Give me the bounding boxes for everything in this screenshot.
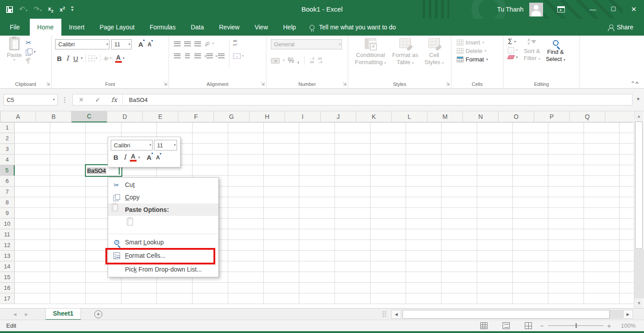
column-header-Q[interactable]: Q: [570, 111, 605, 122]
cell-J7[interactable]: [335, 187, 370, 197]
maximize-button[interactable]: ☐: [603, 0, 624, 19]
cell-H16[interactable]: [264, 283, 299, 293]
cell-G11[interactable]: [228, 229, 264, 240]
percent-style-button[interactable]: %: [288, 57, 294, 65]
zoom-level[interactable]: 100%: [621, 320, 636, 331]
column-header-E[interactable]: E: [143, 111, 178, 122]
cell-I9[interactable]: [299, 208, 335, 219]
cell-N9[interactable]: [477, 208, 513, 219]
cell-O4[interactable]: [513, 154, 548, 165]
cell-R13[interactable]: [620, 251, 633, 261]
cell-K14[interactable]: [370, 261, 406, 272]
cell-I8[interactable]: [299, 197, 335, 208]
insert-function-icon[interactable]: fx: [106, 96, 122, 103]
enter-icon[interactable]: ✓: [89, 96, 106, 103]
cell-R17[interactable]: [620, 293, 633, 304]
cell-N17[interactable]: [477, 293, 513, 304]
scroll-right-icon[interactable]: ▶: [623, 310, 633, 319]
cell-E1[interactable]: [157, 122, 193, 133]
fill-color-icon[interactable]: [102, 55, 109, 61]
column-header-F[interactable]: F: [178, 111, 214, 122]
cell-P13[interactable]: [548, 251, 584, 261]
menu-item-smart-lookup[interactable]: Smart Lookup: [108, 236, 218, 248]
share-button[interactable]: Share: [608, 19, 633, 36]
underline-dropdown-icon[interactable]: ▾: [81, 57, 83, 60]
cell-N15[interactable]: [477, 272, 513, 283]
cell-O13[interactable]: [513, 251, 548, 261]
tab-scrollbar-splitter[interactable]: [382, 311, 386, 317]
cell-M11[interactable]: [442, 229, 477, 240]
styles-dialog-launcher-icon[interactable]: ⇲: [446, 82, 450, 86]
font-color-dropdown-icon[interactable]: ▾: [123, 57, 125, 60]
column-header-B[interactable]: B: [36, 111, 72, 122]
cell-I3[interactable]: [299, 144, 335, 154]
bottom-align-icon[interactable]: [194, 41, 201, 46]
cell-C17[interactable]: [86, 293, 121, 304]
cell-M4[interactable]: [442, 154, 477, 165]
user-name[interactable]: Tu Thanh: [497, 6, 523, 13]
cell-I17[interactable]: [299, 293, 335, 304]
cell-G5[interactable]: [228, 165, 264, 176]
cell-R5[interactable]: [620, 165, 633, 176]
tab-formulas[interactable]: Formulas: [142, 19, 183, 36]
cell-P16[interactable]: [548, 283, 584, 293]
cell-K2[interactable]: [370, 133, 406, 144]
cell-M16[interactable]: [442, 283, 477, 293]
cell-H12[interactable]: [264, 240, 299, 251]
page-layout-view-icon[interactable]: [503, 322, 510, 329]
cell-B3[interactable]: [50, 144, 86, 154]
cell-F3[interactable]: [193, 144, 228, 154]
cell-B11[interactable]: [50, 229, 86, 240]
cell-H2[interactable]: [264, 133, 299, 144]
cell-G10[interactable]: [228, 219, 264, 229]
cell-R4[interactable]: [620, 154, 633, 165]
cell-L3[interactable]: [406, 144, 442, 154]
decrease-font-size-button[interactable]: A▼: [146, 41, 153, 48]
cell-B1[interactable]: [50, 122, 86, 133]
cell-K15[interactable]: [370, 272, 406, 283]
cell-O3[interactable]: [513, 144, 548, 154]
cell-J16[interactable]: [335, 283, 370, 293]
mini-increase-font-button[interactable]: A▲: [145, 154, 153, 161]
cell-O15[interactable]: [513, 272, 548, 283]
cell-L16[interactable]: [406, 283, 442, 293]
cell-O16[interactable]: [513, 283, 548, 293]
row-header-14[interactable]: 14: [0, 261, 15, 272]
sort-filter-button[interactable]: AZ Sort & Filter ▾: [520, 36, 543, 62]
cell-L7[interactable]: [406, 187, 442, 197]
cell-L9[interactable]: [406, 208, 442, 219]
increase-indent-icon[interactable]: ▸: [216, 53, 225, 58]
cell-Q11[interactable]: [584, 229, 620, 240]
cell-B8[interactable]: [50, 197, 86, 208]
mini-font-color-dropdown-icon[interactable]: ▾: [138, 156, 140, 159]
paste-option-button[interactable]: [108, 216, 218, 232]
column-header-N[interactable]: N: [463, 111, 499, 122]
cell-A4[interactable]: [15, 154, 50, 165]
cell-C1[interactable]: [86, 122, 121, 133]
cell-G1[interactable]: [228, 122, 264, 133]
cell-L10[interactable]: [406, 219, 442, 229]
tab-insert[interactable]: Insert: [61, 19, 92, 36]
cell-P14[interactable]: [548, 261, 584, 272]
row-header-17[interactable]: 17: [0, 293, 15, 304]
mini-font-name-combo[interactable]: Calibri ▾: [111, 140, 153, 150]
italic-button[interactable]: I: [64, 55, 71, 62]
cell-O9[interactable]: [513, 208, 548, 219]
new-sheet-button[interactable]: +: [94, 310, 102, 318]
cell-J10[interactable]: [335, 219, 370, 229]
font-name-combo[interactable]: Calibri▾: [55, 39, 109, 49]
underline-button[interactable]: U: [72, 55, 80, 62]
merge-center-icon[interactable]: ↔: [233, 53, 241, 59]
cell-I10[interactable]: [299, 219, 335, 229]
cell-D16[interactable]: [121, 283, 157, 293]
format-as-table-button[interactable]: Format as Table ▾: [389, 36, 421, 66]
cell-H8[interactable]: [264, 197, 299, 208]
vertical-scroll-track[interactable]: [634, 249, 644, 298]
cell-L6[interactable]: [406, 176, 442, 187]
cell-Q9[interactable]: [584, 208, 620, 219]
cell-B4[interactable]: [50, 154, 86, 165]
cell-R16[interactable]: [620, 283, 633, 293]
cell-O14[interactable]: [513, 261, 548, 272]
column-header-H[interactable]: H: [250, 111, 285, 122]
cell-D17[interactable]: [121, 293, 157, 304]
